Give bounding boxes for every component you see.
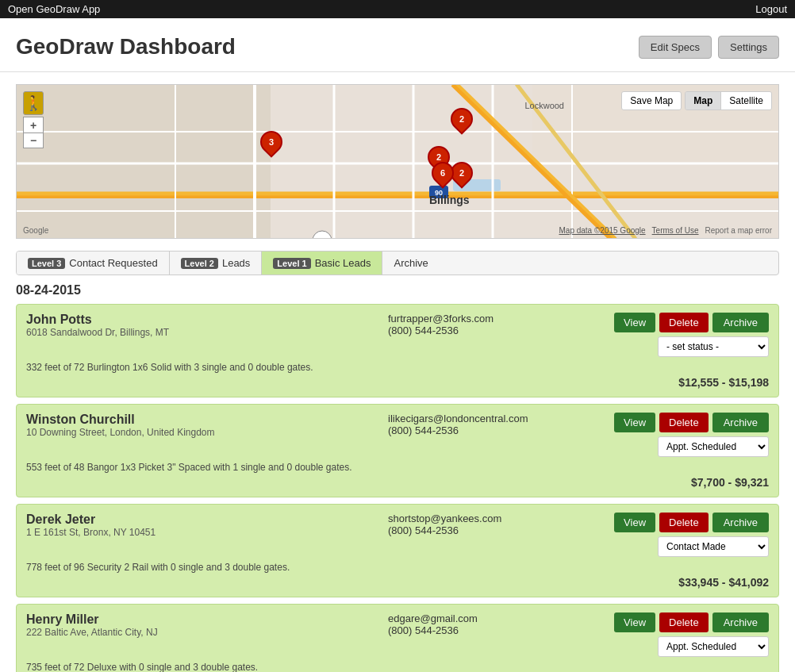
- lead-card-lead1: John Potts 6018 Sandalwood Dr, Billings,…: [16, 304, 779, 397]
- report-map-error-link[interactable]: Report a map error: [705, 226, 772, 235]
- lead-name-lead3: Derek Jeter: [26, 513, 388, 527]
- save-map-button[interactable]: Save Map: [621, 91, 682, 110]
- lead-info-lead2: Winston Churchill 10 Downing Street, Lon…: [26, 413, 388, 438]
- lead-address-lead1: 6018 Sandalwood Dr, Billings, MT: [26, 327, 388, 338]
- lead-card-lead2: Winston Churchill 10 Downing Street, Lon…: [16, 404, 779, 497]
- lead-action-row-lead1: View Delete Archive: [614, 313, 769, 332]
- delete-button-lead2[interactable]: Delete: [659, 413, 709, 432]
- map-zoom: + −: [23, 117, 44, 148]
- tab-leads[interactable]: Level 2 Leads: [170, 252, 263, 275]
- archive-button-lead2[interactable]: Archive: [712, 413, 769, 432]
- lead-address-lead3: 1 E 161st St, Bronx, NY 10451: [26, 527, 388, 538]
- map-zoom-out[interactable]: −: [23, 132, 44, 148]
- tab-archive[interactable]: Archive: [382, 252, 439, 275]
- tab-leads-label: Leads: [222, 257, 250, 269]
- view-button-lead2[interactable]: View: [614, 413, 655, 432]
- lead-price-lead3: $33,945 - $41,092: [26, 576, 769, 589]
- lead-action-row-lead4: View Delete Archive: [614, 612, 769, 632]
- lead-name-lead2: Winston Churchill: [26, 413, 388, 427]
- terms-of-use-link[interactable]: Terms of Use: [652, 226, 699, 235]
- map-marker-2[interactable]: 2: [451, 108, 473, 138]
- lead-phone-lead4: (800) 544-2536: [388, 624, 547, 636]
- lead-phone-lead3: (800) 544-2536: [388, 524, 547, 536]
- lead-contact-lead1: furtrapper@3forks.com (800) 544-2536: [388, 313, 547, 336]
- header: GeoDraw Dashboard Edit Specs Settings: [0, 18, 795, 72]
- status-select-lead2[interactable]: - set status -Contact MadeAppt. Schedule…: [658, 436, 769, 457]
- lead-info-lead3: Derek Jeter 1 E 161st St, Bronx, NY 1045…: [26, 513, 388, 538]
- lead-actions-lead1: View Delete Archive - set status -Contac…: [547, 313, 769, 357]
- lead-actions-lead2: View Delete Archive - set status -Contac…: [547, 413, 769, 457]
- leads-container: John Potts 6018 Sandalwood Dr, Billings,…: [16, 304, 779, 672]
- delete-button-lead4[interactable]: Delete: [659, 612, 709, 632]
- lead-contact-lead4: edgare@gmail.com (800) 544-2536: [388, 612, 547, 636]
- map-marker-1[interactable]: 3: [260, 131, 282, 161]
- svg-rect-1: [17, 85, 271, 238]
- status-select-lead1[interactable]: - set status -Contact MadeAppt. Schedule…: [658, 336, 769, 357]
- app-name[interactable]: Open GeoDraw App: [8, 3, 100, 15]
- lead-actions-lead4: View Delete Archive - set status -Contac…: [547, 612, 769, 657]
- lead-phone-lead2: (800) 544-2536: [388, 424, 547, 436]
- view-button-lead1[interactable]: View: [614, 313, 655, 332]
- lead-email-lead4: edgare@gmail.com: [388, 612, 547, 624]
- map-container: 3 302 90 87 90 Billings Lockwood 3 2 2 2: [16, 84, 779, 239]
- tab-contact-requested-label: Contact Requested: [69, 257, 157, 269]
- map-type-satellite-button[interactable]: Satellite: [721, 92, 771, 109]
- lead-description-lead3: 778 feet of 96 Security 2 Rail with 0 si…: [26, 562, 769, 573]
- date-header: 08-24-2015: [16, 283, 779, 298]
- map-type-buttons: Map Satellite: [685, 91, 772, 110]
- tab-badge-level2: Level 2: [181, 258, 218, 269]
- tab-basic-leads[interactable]: Level 1 Basic Leads: [262, 252, 382, 275]
- map-data-text: Map data ©2015 Google: [559, 226, 645, 235]
- svg-text:3: 3: [320, 237, 324, 238]
- lead-card-lead4: Henry Miller 222 Baltic Ave, Atlantic Ci…: [16, 604, 779, 672]
- lead-name-lead1: John Potts: [26, 313, 388, 327]
- lead-description-lead4: 735 feet of 72 Deluxe with 0 single and …: [26, 662, 769, 672]
- map-billings-label: Billings: [429, 194, 470, 206]
- tabs-container: Level 3 Contact Requested Level 2 Leads …: [16, 251, 779, 275]
- lead-email-lead3: shortstop@yankees.com: [388, 513, 547, 524]
- edit-specs-button[interactable]: Edit Specs: [639, 36, 712, 59]
- lead-action-row-lead3: View Delete Archive: [614, 513, 769, 532]
- archive-button-lead3[interactable]: Archive: [712, 513, 769, 532]
- logout-button[interactable]: Logout: [755, 3, 787, 15]
- status-select-lead4[interactable]: - set status -Contact MadeAppt. Schedule…: [658, 636, 769, 657]
- header-buttons: Edit Specs Settings: [639, 36, 779, 59]
- map-footer-right: Map data ©2015 Google Terms of Use Repor…: [559, 226, 772, 235]
- lead-name-lead4: Henry Miller: [26, 612, 388, 627]
- map-marker-5[interactable]: 6: [432, 162, 454, 192]
- top-bar: Open GeoDraw App Logout: [0, 0, 795, 18]
- map-inner: 3 302 90 87 90 Billings Lockwood 3 2 2 2: [17, 85, 778, 238]
- archive-button-lead1[interactable]: Archive: [712, 313, 769, 332]
- lead-price-lead2: $7,700 - $9,321: [26, 476, 769, 489]
- tab-badge-level1: Level 1: [273, 258, 310, 269]
- status-select-lead3[interactable]: - set status -Contact MadeAppt. Schedule…: [658, 536, 769, 557]
- lead-contact-lead2: ilikecigars@londoncentral.com (800) 544-…: [388, 413, 547, 436]
- map-lockwood-label: Lockwood: [524, 101, 564, 110]
- lead-email-lead1: furtrapper@3forks.com: [388, 313, 547, 324]
- lead-action-row-lead2: View Delete Archive: [614, 413, 769, 432]
- map-zoom-in[interactable]: +: [23, 117, 44, 132]
- map-top-right-controls: Save Map Map Satellite: [621, 91, 772, 110]
- lead-phone-lead1: (800) 544-2536: [388, 324, 547, 336]
- page-title: GeoDraw Dashboard: [16, 34, 236, 60]
- settings-button[interactable]: Settings: [718, 36, 779, 59]
- tab-archive-label: Archive: [394, 257, 428, 269]
- tab-contact-requested[interactable]: Level 3 Contact Requested: [17, 252, 170, 275]
- tab-badge-level3: Level 3: [28, 258, 65, 269]
- delete-button-lead1[interactable]: Delete: [659, 313, 709, 332]
- lead-description-lead2: 553 feet of 48 Bangor 1x3 Picket 3" Spac…: [26, 462, 769, 473]
- google-logo: Google: [23, 226, 48, 235]
- view-button-lead3[interactable]: View: [614, 513, 655, 532]
- lead-contact-lead3: shortstop@yankees.com (800) 544-2536: [388, 513, 547, 536]
- map-pegman[interactable]: 🚶: [23, 91, 44, 115]
- content-area: 08-24-2015 John Potts 6018 Sandalwood Dr…: [0, 283, 795, 672]
- lead-info-lead4: Henry Miller 222 Baltic Ave, Atlantic Ci…: [26, 612, 388, 638]
- map-type-map-button[interactable]: Map: [686, 92, 721, 109]
- archive-button-lead4[interactable]: Archive: [712, 612, 769, 632]
- delete-button-lead3[interactable]: Delete: [659, 513, 709, 532]
- lead-info-lead1: John Potts 6018 Sandalwood Dr, Billings,…: [26, 313, 388, 338]
- lead-card-lead3: Derek Jeter 1 E 161st St, Bronx, NY 1045…: [16, 504, 779, 597]
- map-marker-4[interactable]: 2: [451, 162, 473, 192]
- lead-description-lead1: 332 feet of 72 Burlington 1x6 Solid with…: [26, 362, 769, 373]
- view-button-lead4[interactable]: View: [614, 612, 655, 632]
